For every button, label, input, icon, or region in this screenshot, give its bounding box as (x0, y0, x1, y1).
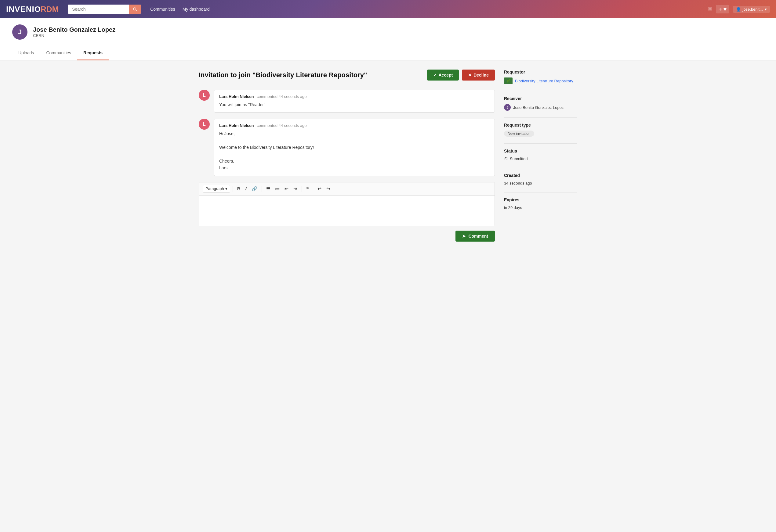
main-content: Invitation to join "Biodiversity Literat… (187, 60, 589, 251)
x-icon: ✕ (468, 73, 472, 77)
receiver-avatar: J (504, 104, 511, 111)
comment-text-2: Hi Jose, Welcome to the Biodiversity Lit… (219, 130, 490, 171)
comment-author-2: Lars Holm Nielsen (219, 123, 254, 128)
create-plus[interactable]: + ▾ (716, 5, 729, 13)
receiver-name: Jose Benito Gonzalez Lopez (513, 105, 564, 110)
action-buttons: ✓ Accept ✕ Decline (427, 69, 495, 80)
italic-button[interactable]: I (244, 185, 248, 193)
sidebar-receiver: Receiver J Jose Benito Gonzalez Lopez (504, 96, 577, 111)
request-type-badge: New invitation (504, 130, 534, 137)
comment-text-1: You will join as "Reader" (219, 101, 490, 108)
nav-dashboard[interactable]: My dashboard (183, 7, 210, 12)
sidebar-divider-2 (504, 117, 577, 118)
search-box (68, 5, 141, 14)
comment-body-2: Lars Holm Nielsen commented 44 seconds a… (214, 119, 495, 176)
search-input[interactable] (68, 5, 129, 14)
comment-time-1: commented 44 seconds ago (257, 94, 307, 99)
sidebar: Requestor 🌿 Biodiversity Literature Repo… (504, 69, 577, 242)
profile-org: CERN (33, 33, 116, 38)
sidebar-requestor: Requestor 🌿 Biodiversity Literature Repo… (504, 69, 577, 84)
decline-button[interactable]: ✕ Decline (462, 69, 495, 80)
sidebar-divider-1 (504, 91, 577, 91)
navbar: INVENIORDM Communities My dashboard ✉ + … (0, 0, 776, 18)
comment-avatar-2: L (199, 119, 210, 129)
chevron-icon: ▾ (225, 186, 227, 191)
search-icon (133, 7, 137, 12)
tab-requests[interactable]: Requests (77, 46, 109, 60)
comment-button[interactable]: ➤ Comment (455, 231, 495, 242)
sidebar-request-type: Request type New invitation (504, 122, 577, 137)
blockquote-button[interactable]: ❝ (304, 185, 311, 193)
community-link[interactable]: 🌿 Biodiversity Literature Repository (504, 77, 577, 84)
receiver-label: Receiver (504, 96, 577, 101)
nav-right: ✉ + ▾ 👤 jose.benit... ▾ (708, 5, 770, 13)
page-title: Invitation to join "Biodiversity Literat… (199, 71, 427, 79)
ordered-list-button[interactable]: ≔ (273, 185, 281, 193)
undo-button[interactable]: ↩ (316, 185, 323, 193)
nav-links: Communities My dashboard (150, 7, 209, 12)
comment-card-1: L Lars Holm Nielsen commented 44 seconds… (199, 90, 495, 112)
tab-communities[interactable]: Communities (40, 46, 77, 60)
comment-time-2: commented 44 seconds ago (257, 123, 307, 128)
community-icon: 🌿 (504, 77, 513, 84)
status-row: ⏱ Submitted (504, 157, 577, 161)
profile-info: Jose Benito Gonzalez Lopez CERN (33, 26, 116, 38)
sidebar-status: Status ⏱ Submitted (504, 149, 577, 161)
comment-author-1: Lars Holm Nielsen (219, 94, 254, 99)
community-name: Biodiversity Literature Repository (515, 79, 573, 83)
indent-button[interactable]: ⇥ (292, 185, 299, 193)
mail-icon[interactable]: ✉ (708, 6, 712, 12)
submit-row: ➤ Comment (199, 231, 495, 242)
editor-wrapper: Paragraph ▾ B I 🔗 ☰ ≔ ⇤ ⇥ ❝ ↩ ↪ (199, 182, 495, 226)
toolbar-sep-4 (313, 186, 313, 192)
editor-toolbar: Paragraph ▾ B I 🔗 ☰ ≔ ⇤ ⇥ ❝ ↩ ↪ (199, 183, 495, 196)
status-value: Submitted (510, 157, 528, 161)
page-title-row: Invitation to join "Biodiversity Literat… (199, 69, 495, 80)
redo-button[interactable]: ↪ (325, 185, 332, 193)
clock-icon: ⏱ (504, 157, 508, 161)
outdent-button[interactable]: ⇤ (283, 185, 290, 193)
content-left: Invitation to join "Biodiversity Literat… (199, 69, 495, 242)
created-label: Created (504, 173, 577, 178)
brand-logo[interactable]: INVENIORDM (6, 5, 59, 14)
username-label: jose.benit... (743, 7, 763, 12)
sidebar-expires: Expires in 29 days (504, 197, 577, 210)
created-value: 34 seconds ago (504, 181, 577, 186)
expires-label: Expires (504, 197, 577, 202)
comment-card-2: L Lars Holm Nielsen commented 44 seconds… (199, 119, 495, 176)
profile-name: Jose Benito Gonzalez Lopez (33, 26, 116, 33)
accept-button[interactable]: ✓ Accept (427, 69, 459, 80)
brand-inveni: INVENI (6, 5, 34, 14)
chevron-down-icon: ▾ (765, 7, 767, 12)
bold-button[interactable]: B (235, 185, 242, 193)
toolbar-sep-1 (233, 186, 233, 192)
toolbar-sep-3 (302, 186, 302, 192)
nav-communities[interactable]: Communities (150, 7, 175, 12)
expires-value: in 29 days (504, 205, 577, 210)
comment-body-1: Lars Holm Nielsen commented 44 seconds a… (214, 90, 495, 112)
profile-header: J Jose Benito Gonzalez Lopez CERN (0, 18, 776, 46)
paragraph-select[interactable]: Paragraph ▾ (203, 185, 230, 193)
avatar: J (12, 24, 27, 40)
editor-area[interactable] (199, 196, 495, 226)
comment-meta-1: Lars Holm Nielsen commented 44 seconds a… (219, 94, 490, 99)
receiver-row: J Jose Benito Gonzalez Lopez (504, 104, 577, 111)
requestor-label: Requestor (504, 69, 577, 74)
search-button[interactable] (129, 5, 141, 14)
sidebar-created: Created 34 seconds ago (504, 173, 577, 186)
tabs: Uploads Communities Requests (0, 46, 776, 60)
request-type-label: Request type (504, 122, 577, 127)
user-icon: 👤 (736, 7, 741, 12)
bullet-list-button[interactable]: ☰ (264, 185, 272, 193)
check-icon: ✓ (433, 73, 437, 77)
link-button[interactable]: 🔗 (250, 185, 259, 193)
tab-uploads[interactable]: Uploads (12, 46, 40, 60)
brand-rdm: RDM (41, 5, 59, 14)
comment-meta-2: Lars Holm Nielsen commented 44 seconds a… (219, 123, 490, 128)
sidebar-divider-5 (504, 192, 577, 193)
status-label: Status (504, 149, 577, 154)
sidebar-divider-4 (504, 168, 577, 168)
comment-avatar-1: L (199, 90, 210, 101)
send-icon: ➤ (462, 234, 466, 239)
user-menu[interactable]: 👤 jose.benit... ▾ (733, 6, 770, 13)
